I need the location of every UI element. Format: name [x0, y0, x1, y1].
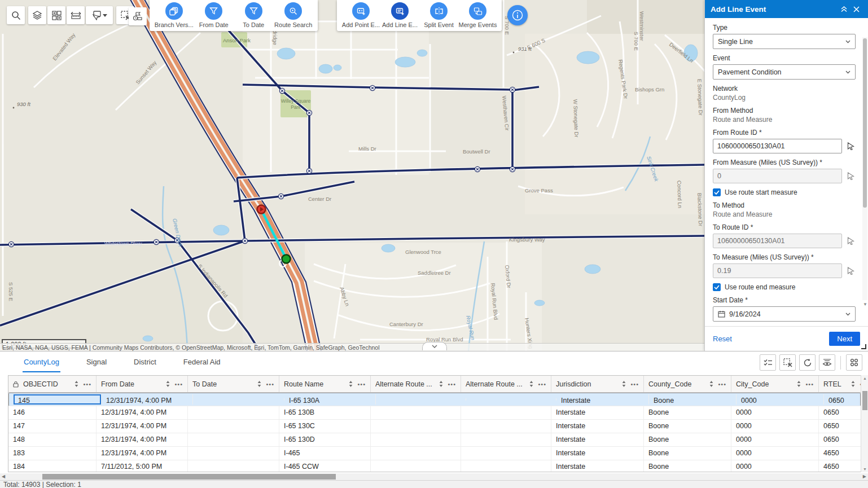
- start-date-input[interactable]: 9/16/2024: [713, 306, 856, 322]
- table-cell[interactable]: [376, 398, 466, 401]
- next-button[interactable]: Next: [829, 332, 860, 346]
- table-row[interactable]: 14512/31/1974, 4:00 PMI-65 130AInterstat…: [8, 393, 861, 406]
- column-menu-icon[interactable]: •••: [630, 381, 639, 388]
- from-measure-input[interactable]: [713, 169, 842, 183]
- table-cell[interactable]: 7/11/2012, 5:00 PM: [97, 460, 188, 472]
- table-cell[interactable]: 0000: [731, 433, 819, 446]
- column-menu-icon[interactable]: •••: [805, 381, 814, 388]
- table-cell[interactable]: 0650: [819, 406, 861, 419]
- table-cell[interactable]: 12/31/1974, 4:00 PM: [97, 447, 188, 460]
- table-cell[interactable]: 0000: [731, 406, 819, 419]
- table-cell[interactable]: I-65 130C: [279, 420, 371, 433]
- table-cell[interactable]: [466, 398, 556, 401]
- panel-scrollbar[interactable]: ▼: [862, 37, 867, 300]
- to-route-id-input[interactable]: [713, 234, 842, 248]
- clear-table-selection-button[interactable]: [779, 354, 796, 371]
- column-header[interactable]: RTEL•••: [819, 376, 861, 392]
- tab-federal-aid[interactable]: Federal Aid: [182, 353, 222, 372]
- table-cell[interactable]: Boone: [644, 420, 731, 433]
- from-date-tool[interactable]: From Date: [194, 2, 234, 28]
- table-cell[interactable]: I-65 130A: [284, 394, 376, 405]
- table-cell[interactable]: [188, 433, 279, 446]
- table-cell[interactable]: [188, 460, 279, 472]
- table-cell[interactable]: 184: [8, 460, 97, 472]
- table-cell[interactable]: 0650: [819, 433, 861, 446]
- table-row[interactable]: 18312/31/1974, 4:00 PMI-465InterstateBoo…: [8, 447, 861, 460]
- table-cell[interactable]: 148: [8, 433, 97, 446]
- table-cell[interactable]: [188, 420, 279, 433]
- column-menu-icon[interactable]: •••: [718, 381, 726, 388]
- table-cell[interactable]: I-65 130D: [279, 433, 371, 446]
- table-cell[interactable]: Interstate: [556, 394, 649, 405]
- column-header[interactable]: Route Name•••: [279, 376, 371, 392]
- table-cell[interactable]: [188, 406, 279, 419]
- time-filter-button[interactable]: [129, 7, 147, 25]
- table-cell[interactable]: Boone: [649, 394, 737, 405]
- select-tool-button[interactable]: [86, 6, 113, 24]
- table-cell[interactable]: 146: [8, 406, 97, 419]
- basemap-gallery-button[interactable]: [47, 6, 65, 24]
- column-header[interactable]: Alternate Route ...•••: [371, 376, 461, 392]
- table-cell[interactable]: [461, 433, 551, 446]
- type-select[interactable]: Single Line: [713, 34, 856, 49]
- table-cell[interactable]: [371, 406, 461, 419]
- pick-measure-on-map-icon[interactable]: [845, 171, 856, 181]
- table-cell[interactable]: 12/31/1974, 4:00 PM: [102, 394, 193, 405]
- scrollbar-thumb[interactable]: [42, 474, 336, 480]
- table-row[interactable]: 14612/31/1974, 4:00 PMI-65 130BInterstat…: [8, 406, 861, 420]
- merge-events-tool[interactable]: Merge Events: [458, 2, 497, 28]
- event-select[interactable]: Pavement Condition: [713, 64, 856, 80]
- column-header[interactable]: OBJECTID•••: [8, 376, 97, 392]
- use-route-start-measure-checkbox[interactable]: Use route start measure: [713, 188, 856, 196]
- scrollbar-thumb[interactable]: [863, 38, 867, 208]
- table-cell[interactable]: Interstate: [551, 447, 644, 460]
- table-cell[interactable]: 4650: [819, 447, 861, 460]
- layers-button[interactable]: [28, 6, 46, 24]
- table-cell[interactable]: [371, 447, 461, 460]
- table-cell[interactable]: 0650: [824, 394, 861, 405]
- table-cell[interactable]: 0000: [731, 420, 819, 433]
- attribution-collapse-button[interactable]: [422, 342, 447, 350]
- table-cell[interactable]: 4650: [819, 460, 861, 472]
- search-button[interactable]: [7, 6, 25, 24]
- measure-button[interactable]: [67, 6, 85, 24]
- table-cell[interactable]: [193, 398, 284, 401]
- table-cell[interactable]: [461, 420, 551, 433]
- table-options-button[interactable]: [846, 354, 862, 371]
- scroll-down-arrow[interactable]: ▼: [863, 302, 867, 307]
- pick-measure-on-map-icon[interactable]: [845, 266, 856, 276]
- table-cell[interactable]: [371, 420, 461, 433]
- table-cell[interactable]: 183: [8, 447, 97, 460]
- table-cell[interactable]: Boone: [644, 447, 731, 460]
- column-header[interactable]: To Date•••: [188, 376, 279, 392]
- table-cell[interactable]: Boone: [644, 433, 731, 446]
- scroll-left-arrow[interactable]: ◀: [2, 474, 5, 479]
- table-cell[interactable]: Boone: [644, 406, 731, 419]
- toggle-column-visibility-button[interactable]: [819, 354, 835, 371]
- table-cell[interactable]: 0000: [731, 447, 819, 460]
- table-cell[interactable]: 147: [8, 420, 97, 433]
- column-menu-icon[interactable]: •••: [174, 381, 183, 388]
- table-cell[interactable]: I-65 130B: [279, 406, 371, 419]
- table-cell[interactable]: Interstate: [551, 460, 644, 472]
- from-measure-marker[interactable]: [257, 205, 266, 214]
- panel-resize-handle[interactable]: [861, 344, 866, 349]
- table-cell[interactable]: [371, 460, 461, 472]
- column-header[interactable]: Jurisdiction•••: [551, 376, 644, 392]
- table-cell[interactable]: Boone: [644, 460, 731, 472]
- split-event-tool[interactable]: Split Event: [419, 2, 458, 28]
- column-menu-icon[interactable]: •••: [83, 381, 91, 388]
- table-cell[interactable]: 0000: [737, 394, 824, 405]
- column-header[interactable]: Alternate Route ...•••: [461, 376, 551, 392]
- from-route-id-input[interactable]: [713, 139, 842, 153]
- scroll-up-arrow[interactable]: ▲: [861, 376, 868, 380]
- table-cell[interactable]: [461, 460, 551, 472]
- column-menu-icon[interactable]: •••: [357, 381, 366, 388]
- tab-countylog[interactable]: CountyLog: [23, 353, 60, 372]
- tab-district[interactable]: District: [133, 353, 157, 372]
- tab-signal[interactable]: Signal: [85, 353, 108, 372]
- column-header[interactable]: From Date•••: [97, 376, 188, 392]
- column-header[interactable]: City_Code•••: [731, 376, 819, 392]
- table-cell[interactable]: [188, 447, 279, 460]
- column-menu-icon[interactable]: •••: [538, 381, 546, 388]
